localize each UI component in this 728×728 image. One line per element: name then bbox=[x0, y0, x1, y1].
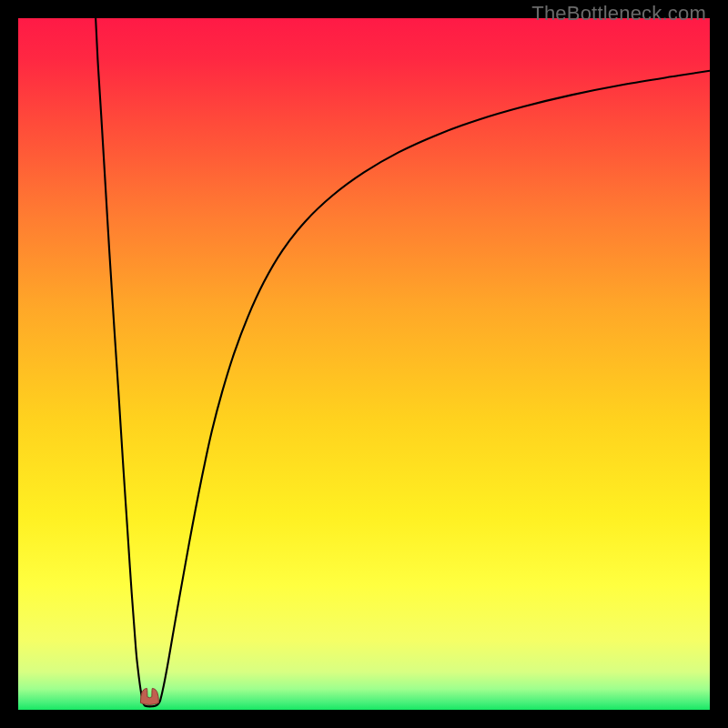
chart-background bbox=[18, 18, 710, 710]
watermark-text: TheBottleneck.com bbox=[531, 2, 706, 25]
chart-svg bbox=[18, 18, 710, 710]
chart-frame bbox=[18, 18, 710, 710]
